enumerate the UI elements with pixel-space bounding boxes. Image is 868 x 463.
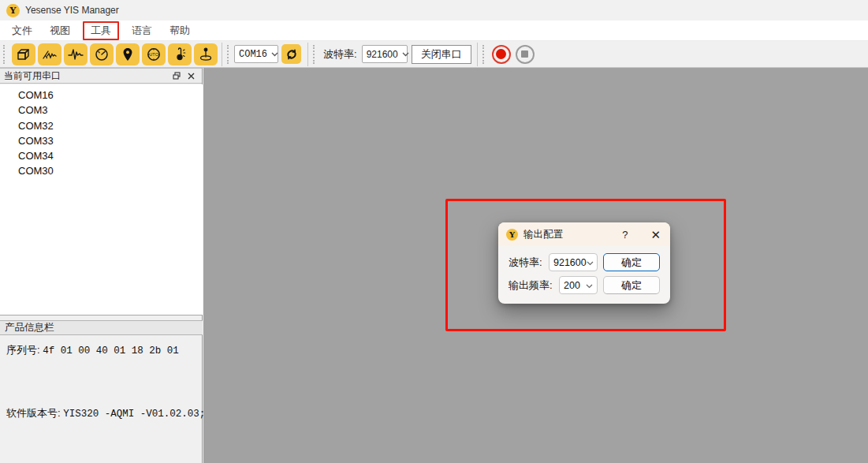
record-button[interactable] <box>492 45 511 64</box>
serial-number-row: 序列号: 4f 01 00 40 01 18 2b 01 <box>6 343 179 357</box>
dock-title: 当前可用串口 <box>4 69 61 83</box>
port-select[interactable]: COM16 <box>234 45 278 63</box>
svg-text:UTC: UTC <box>149 52 158 57</box>
toolbar-separator <box>222 43 222 66</box>
available-ports-list: COM16 COM3 COM32 COM33 COM34 COM30 <box>0 84 203 316</box>
firmware-version-row: 软件版本号: YIS320 -AQMI -V01.02.03; <box>6 406 205 420</box>
menubar: 文件 视图 工具 语言 帮助 <box>0 21 868 41</box>
dialog-logo-icon: Y <box>506 229 518 241</box>
close-icon[interactable] <box>184 69 198 82</box>
refresh-ports-button[interactable] <box>281 44 301 64</box>
utc-clock-icon[interactable]: UTC <box>142 43 166 65</box>
menu-file[interactable]: 文件 <box>6 21 39 40</box>
close-serial-port-button[interactable]: 关闭串口 <box>412 45 471 64</box>
chevron-down-icon <box>402 52 409 57</box>
toolbar-separator <box>477 43 478 66</box>
stop-icon <box>521 50 528 58</box>
cube-3d-icon[interactable] <box>12 43 35 65</box>
toolbar-separator <box>307 43 308 66</box>
record-icon <box>496 49 506 59</box>
menu-view[interactable]: 视图 <box>43 21 76 40</box>
port-list-item[interactable]: COM34 <box>0 148 203 163</box>
toolbar-grip[interactable] <box>3 45 7 64</box>
serial-number-value: 4f 01 00 40 01 18 2b 01 <box>43 345 179 357</box>
output-config-dialog: Y 输出配置 ? ✕ 波特率: 921600 确定 输出频率: 200 确定 <box>498 222 670 304</box>
port-list-item[interactable]: COM3 <box>0 103 203 118</box>
titlebar: Y Yesense YIS Manager <box>0 0 868 21</box>
dialog-baud-label: 波特率: <box>509 256 542 270</box>
output-rate-row: 输出频率: 200 确定 <box>498 276 670 294</box>
toolbar-grip[interactable] <box>482 45 486 64</box>
port-list-item[interactable]: COM16 <box>0 88 203 103</box>
port-list-item[interactable]: COM33 <box>0 133 203 148</box>
thermometer-icon[interactable] <box>168 43 192 65</box>
dialog-title: 输出配置 <box>523 228 563 241</box>
serial-number-label: 序列号: <box>6 344 40 356</box>
menu-tools[interactable]: 工具 <box>83 21 119 40</box>
chevron-down-icon <box>271 52 278 57</box>
serial-ports-dock: 当前可用串口 COM16 COM3 COM32 COM33 COM34 COM3… <box>0 68 203 463</box>
pin-base-icon[interactable] <box>194 43 218 65</box>
menu-help[interactable]: 帮助 <box>163 21 196 40</box>
gauge-icon[interactable] <box>90 43 114 65</box>
dialog-baud-select[interactable]: 921600 <box>549 253 598 271</box>
dialog-rate-select[interactable]: 200 <box>559 276 598 294</box>
angle-curve-icon[interactable] <box>38 43 61 65</box>
firmware-version-label: 软件版本号: <box>6 407 61 419</box>
waveform-icon[interactable] <box>64 43 88 65</box>
dialog-close-button[interactable]: ✕ <box>650 229 661 241</box>
firmware-version-value: YIS320 -AQMI -V01.02.03; <box>63 409 205 420</box>
chevron-down-icon <box>586 280 593 291</box>
toolbar-grip[interactable] <box>313 45 317 64</box>
dialog-help-button[interactable]: ? <box>622 229 628 241</box>
port-list-item[interactable]: COM32 <box>0 118 203 133</box>
product-info-header: 产品信息栏 <box>0 320 203 335</box>
chevron-down-icon <box>587 257 594 268</box>
baud-rate-row: 波特率: 921600 确定 <box>498 253 670 271</box>
stop-button[interactable] <box>516 45 535 64</box>
menu-language[interactable]: 语言 <box>125 21 158 40</box>
app-title: Yesense YIS Manager <box>25 5 119 16</box>
location-pin-icon[interactable] <box>116 43 140 65</box>
dialog-titlebar[interactable]: Y 输出配置 ? ✕ <box>498 222 670 246</box>
toolbar: UTC COM16 波特率: 921600 关闭串口 <box>0 41 868 68</box>
dialog-baud-confirm-button[interactable]: 确定 <box>603 253 660 271</box>
baud-rate-select[interactable]: 921600 <box>362 45 408 63</box>
app-logo-icon: Y <box>6 4 20 17</box>
dock-header: 当前可用串口 <box>0 68 202 84</box>
dialog-rate-confirm-button[interactable]: 确定 <box>603 276 660 294</box>
port-list-item[interactable]: COM30 <box>0 163 203 178</box>
float-window-icon[interactable] <box>170 69 184 82</box>
dialog-rate-label: 输出频率: <box>509 278 553 293</box>
baud-rate-label: 波特率: <box>323 47 357 62</box>
toolbar-grip[interactable] <box>227 45 231 64</box>
